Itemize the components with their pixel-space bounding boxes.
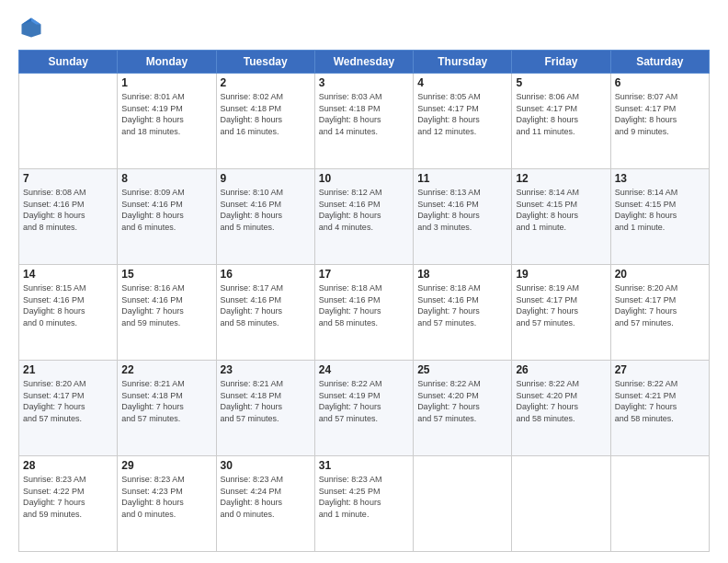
day-number: 7 [23, 172, 113, 185]
calendar-cell: 7Sunrise: 8:08 AMSunset: 4:16 PMDaylight… [19, 169, 118, 265]
day-info: Sunrise: 8:06 AMSunset: 4:17 PMDaylight:… [516, 91, 606, 137]
day-number: 11 [417, 172, 507, 185]
weekday-header-thursday: Thursday [414, 51, 512, 74]
calendar-cell [610, 456, 709, 552]
calendar-cell: 12Sunrise: 8:14 AMSunset: 4:15 PMDayligh… [512, 169, 610, 265]
day-number: 31 [319, 459, 409, 472]
day-number: 21 [23, 363, 113, 376]
day-info: Sunrise: 8:14 AMSunset: 4:15 PMDaylight:… [615, 187, 705, 233]
calendar-cell [414, 456, 512, 552]
day-info: Sunrise: 8:22 AMSunset: 4:20 PMDaylight:… [516, 378, 606, 424]
day-info: Sunrise: 8:07 AMSunset: 4:17 PMDaylight:… [615, 91, 705, 137]
calendar-week-4: 21Sunrise: 8:20 AMSunset: 4:17 PMDayligh… [19, 361, 710, 456]
day-info: Sunrise: 8:19 AMSunset: 4:17 PMDaylight:… [516, 282, 606, 328]
day-number: 9 [221, 172, 311, 185]
day-info: Sunrise: 8:17 AMSunset: 4:16 PMDaylight:… [221, 282, 311, 328]
page: SundayMondayTuesdayWednesdayThursdayFrid… [0, 0, 728, 563]
day-number: 30 [221, 459, 311, 472]
day-number: 22 [121, 363, 211, 376]
day-info: Sunrise: 8:20 AMSunset: 4:17 PMDaylight:… [615, 282, 705, 328]
calendar-cell: 13Sunrise: 8:14 AMSunset: 4:15 PMDayligh… [610, 169, 709, 265]
day-number: 19 [516, 268, 606, 281]
day-info: Sunrise: 8:23 AMSunset: 4:25 PMDaylight:… [319, 474, 409, 520]
day-info: Sunrise: 8:18 AMSunset: 4:16 PMDaylight:… [319, 282, 409, 328]
day-info: Sunrise: 8:13 AMSunset: 4:16 PMDaylight:… [417, 187, 507, 233]
calendar-week-3: 14Sunrise: 8:15 AMSunset: 4:16 PMDayligh… [19, 265, 710, 361]
day-number: 28 [23, 459, 113, 472]
calendar-cell: 4Sunrise: 8:05 AMSunset: 4:17 PMDaylight… [414, 74, 512, 169]
calendar-cell: 5Sunrise: 8:06 AMSunset: 4:17 PMDaylight… [512, 74, 610, 169]
logo-icon [18, 15, 44, 40]
day-number: 23 [221, 363, 311, 376]
day-info: Sunrise: 8:05 AMSunset: 4:17 PMDaylight:… [417, 91, 507, 137]
day-number: 4 [417, 76, 507, 89]
day-info: Sunrise: 8:08 AMSunset: 4:16 PMDaylight:… [23, 187, 113, 233]
day-number: 27 [615, 363, 705, 376]
day-number: 15 [121, 268, 211, 281]
calendar-cell: 28Sunrise: 8:23 AMSunset: 4:22 PMDayligh… [19, 456, 118, 552]
day-info: Sunrise: 8:12 AMSunset: 4:16 PMDaylight:… [319, 187, 409, 233]
weekday-header-saturday: Saturday [610, 51, 709, 74]
calendar-cell: 30Sunrise: 8:23 AMSunset: 4:24 PMDayligh… [216, 456, 314, 552]
day-info: Sunrise: 8:23 AMSunset: 4:24 PMDaylight:… [221, 474, 311, 520]
calendar-cell: 16Sunrise: 8:17 AMSunset: 4:16 PMDayligh… [216, 265, 314, 361]
day-info: Sunrise: 8:10 AMSunset: 4:16 PMDaylight:… [221, 187, 311, 233]
calendar-cell: 11Sunrise: 8:13 AMSunset: 4:16 PMDayligh… [414, 169, 512, 265]
day-info: Sunrise: 8:22 AMSunset: 4:19 PMDaylight:… [319, 378, 409, 424]
day-info: Sunrise: 8:03 AMSunset: 4:18 PMDaylight:… [319, 91, 409, 137]
calendar-cell: 15Sunrise: 8:16 AMSunset: 4:16 PMDayligh… [118, 265, 216, 361]
day-info: Sunrise: 8:21 AMSunset: 4:18 PMDaylight:… [121, 378, 211, 424]
calendar-cell: 20Sunrise: 8:20 AMSunset: 4:17 PMDayligh… [610, 265, 709, 361]
day-number: 5 [516, 76, 606, 89]
day-info: Sunrise: 8:23 AMSunset: 4:23 PMDaylight:… [121, 474, 211, 520]
calendar-cell: 2Sunrise: 8:02 AMSunset: 4:18 PMDaylight… [216, 74, 314, 169]
day-info: Sunrise: 8:01 AMSunset: 4:19 PMDaylight:… [121, 91, 211, 137]
day-info: Sunrise: 8:23 AMSunset: 4:22 PMDaylight:… [23, 474, 113, 520]
day-info: Sunrise: 8:22 AMSunset: 4:20 PMDaylight:… [417, 378, 507, 424]
day-info: Sunrise: 8:22 AMSunset: 4:21 PMDaylight:… [615, 378, 705, 424]
calendar-cell: 24Sunrise: 8:22 AMSunset: 4:19 PMDayligh… [314, 361, 413, 456]
calendar-cell: 27Sunrise: 8:22 AMSunset: 4:21 PMDayligh… [610, 361, 709, 456]
day-number: 12 [516, 172, 606, 185]
day-number: 10 [319, 172, 409, 185]
calendar-cell [19, 74, 118, 169]
day-info: Sunrise: 8:02 AMSunset: 4:18 PMDaylight:… [221, 91, 311, 137]
calendar-cell: 10Sunrise: 8:12 AMSunset: 4:16 PMDayligh… [314, 169, 413, 265]
weekday-header-row: SundayMondayTuesdayWednesdayThursdayFrid… [19, 51, 710, 74]
logo [18, 15, 48, 40]
day-number: 20 [615, 268, 705, 281]
day-number: 3 [319, 76, 409, 89]
calendar-cell [512, 456, 610, 552]
weekday-header-tuesday: Tuesday [216, 51, 314, 74]
day-number: 1 [121, 76, 211, 89]
calendar-cell: 1Sunrise: 8:01 AMSunset: 4:19 PMDaylight… [118, 74, 216, 169]
calendar-week-1: 1Sunrise: 8:01 AMSunset: 4:19 PMDaylight… [19, 74, 710, 169]
day-info: Sunrise: 8:20 AMSunset: 4:17 PMDaylight:… [23, 378, 113, 424]
day-number: 29 [121, 459, 211, 472]
calendar-cell: 9Sunrise: 8:10 AMSunset: 4:16 PMDaylight… [216, 169, 314, 265]
calendar-cell: 23Sunrise: 8:21 AMSunset: 4:18 PMDayligh… [216, 361, 314, 456]
weekday-header-monday: Monday [118, 51, 216, 74]
calendar-cell: 29Sunrise: 8:23 AMSunset: 4:23 PMDayligh… [118, 456, 216, 552]
day-number: 17 [319, 268, 409, 281]
weekday-header-wednesday: Wednesday [314, 51, 413, 74]
header [18, 15, 710, 40]
calendar-cell: 17Sunrise: 8:18 AMSunset: 4:16 PMDayligh… [314, 265, 413, 361]
day-number: 14 [23, 268, 113, 281]
day-info: Sunrise: 8:16 AMSunset: 4:16 PMDaylight:… [121, 282, 211, 328]
calendar-table: SundayMondayTuesdayWednesdayThursdayFrid… [18, 50, 710, 552]
calendar-week-2: 7Sunrise: 8:08 AMSunset: 4:16 PMDaylight… [19, 169, 710, 265]
calendar-cell: 25Sunrise: 8:22 AMSunset: 4:20 PMDayligh… [414, 361, 512, 456]
day-number: 8 [121, 172, 211, 185]
calendar-cell: 8Sunrise: 8:09 AMSunset: 4:16 PMDaylight… [118, 169, 216, 265]
day-number: 26 [516, 363, 606, 376]
calendar-cell: 6Sunrise: 8:07 AMSunset: 4:17 PMDaylight… [610, 74, 709, 169]
day-info: Sunrise: 8:21 AMSunset: 4:18 PMDaylight:… [221, 378, 311, 424]
calendar-cell: 18Sunrise: 8:18 AMSunset: 4:16 PMDayligh… [414, 265, 512, 361]
calendar-week-5: 28Sunrise: 8:23 AMSunset: 4:22 PMDayligh… [19, 456, 710, 552]
day-info: Sunrise: 8:15 AMSunset: 4:16 PMDaylight:… [23, 282, 113, 328]
day-info: Sunrise: 8:09 AMSunset: 4:16 PMDaylight:… [121, 187, 211, 233]
calendar-cell: 19Sunrise: 8:19 AMSunset: 4:17 PMDayligh… [512, 265, 610, 361]
day-number: 13 [615, 172, 705, 185]
calendar-cell: 26Sunrise: 8:22 AMSunset: 4:20 PMDayligh… [512, 361, 610, 456]
